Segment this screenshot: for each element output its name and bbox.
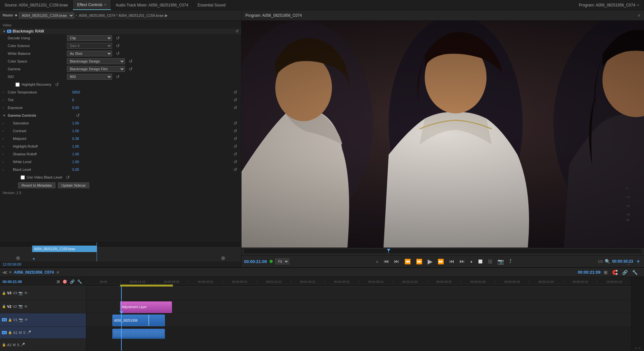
black-level-value[interactable]: 0.00	[72, 168, 230, 171]
video-clip-v1[interactable]: A056_08251956	[112, 315, 165, 326]
white-level-chevron[interactable]: ›	[3, 160, 8, 164]
nest-icon-button[interactable]: ⊞	[602, 269, 609, 276]
adjustment-layer-clip[interactable]: Adjustment Layer	[120, 301, 172, 313]
color-science-select[interactable]: Gen 4	[67, 43, 112, 49]
program-menu-icon[interactable]: ≡	[637, 3, 639, 7]
track-v3-lock-icon[interactable]: 🔒	[2, 291, 6, 295]
audio-clip-a1[interactable]	[112, 329, 165, 339]
midpoint-chevron[interactable]: ›	[3, 137, 8, 141]
track-a1-lock-icon[interactable]: 🔒	[8, 331, 12, 334]
track-v1-eye-icon[interactable]: 👁	[24, 318, 28, 322]
camera-button[interactable]: 📷	[496, 258, 505, 265]
next-frame-button[interactable]: ⏭	[458, 258, 466, 265]
midpoint-reset[interactable]: ↺	[232, 136, 239, 141]
black-level-reset[interactable]: ↺	[232, 167, 239, 172]
exposure-value[interactable]: 0.00	[72, 106, 230, 110]
track-v3-camera-icon[interactable]: 📷	[18, 291, 23, 295]
track-v1-lock-icon[interactable]: 🔒	[8, 318, 12, 322]
track-v2-camera-icon[interactable]: 📷	[18, 304, 23, 308]
tl-settings-btn[interactable]: 🔧	[76, 279, 83, 285]
tint-chevron[interactable]: ›	[3, 98, 8, 102]
exposure-reset[interactable]: ↺	[232, 105, 239, 110]
tab-source[interactable]: Source: A054_08251201_C159.braw	[0, 0, 73, 10]
shadow-rolloff-value[interactable]: 1.00	[72, 152, 230, 156]
white-balance-reset[interactable]: ↺	[115, 51, 121, 56]
white-level-reset[interactable]: ↺	[232, 159, 239, 164]
tl-link-btn[interactable]: 🔗	[69, 279, 76, 285]
contrast-value[interactable]: 1.00	[72, 129, 230, 133]
decode-using-reset[interactable]: ↺	[115, 35, 121, 41]
uvbl-reset[interactable]: ↺	[65, 175, 71, 180]
step-back-button[interactable]: ⏮	[383, 258, 390, 265]
tab-effect-controls[interactable]: Effect Controls ≡	[73, 0, 111, 10]
tl-snap-btn[interactable]: 🎯	[61, 279, 69, 285]
track-v1-camera-icon[interactable]: 📷	[19, 318, 23, 322]
go-to-out-button[interactable]: ⏮	[448, 258, 456, 265]
clip-bar[interactable]: A054_08251201_C159.braw	[32, 246, 97, 252]
highlight-recovery-checkbox[interactable]	[15, 83, 20, 87]
tab-audio-mixer[interactable]: Audio Track Mixer: A056_08251956_C074	[111, 0, 193, 10]
gamma-reset[interactable]: ↺	[128, 66, 134, 72]
color-temp-reset[interactable]: ↺	[232, 90, 239, 95]
contrast-reset[interactable]: ↺	[232, 128, 239, 133]
color-temp-chevron[interactable]: ›	[3, 91, 8, 94]
highlight-rolloff-reset[interactable]: ↺	[232, 144, 239, 149]
color-science-reset[interactable]: ↺	[115, 43, 121, 48]
overwrite-button[interactable]: ⬛	[487, 259, 494, 264]
track-a2-mic-icon[interactable]: 🎤	[21, 343, 25, 347]
scroll-handle-right[interactable]	[221, 256, 225, 260]
mark-in-button[interactable]: ⬦	[374, 258, 380, 265]
tab-program[interactable]: Program: A056_08251956_C074 ≡	[574, 0, 644, 10]
white-level-value[interactable]: 1.00	[72, 160, 230, 164]
track-v2-eye-icon[interactable]: 👁	[24, 305, 28, 308]
use-video-black-level-checkbox[interactable]	[21, 175, 25, 180]
color-space-reset[interactable]: ↺	[128, 59, 134, 64]
track-a2-lock-icon[interactable]: 🔒	[2, 343, 6, 346]
tab-essential-sound[interactable]: Essential Sound	[193, 0, 231, 10]
hr-rolloff-chevron[interactable]: ›	[3, 145, 8, 148]
master-clip-select[interactable]: A054_08251201_C159.braw	[19, 13, 74, 18]
timeline-close-button[interactable]: ✕	[9, 270, 12, 275]
gamma-controls-chevron[interactable]: ▼	[3, 114, 8, 117]
timeline-menu-icon[interactable]: ≡	[56, 270, 59, 275]
contrast-chevron[interactable]: ›	[3, 129, 8, 133]
shadow-rolloff-chevron[interactable]: ›	[3, 152, 8, 156]
exposure-chevron[interactable]: ›	[3, 106, 8, 110]
track-v2-lock-icon[interactable]: 🔒	[2, 305, 6, 308]
scroll-handle-left[interactable]	[16, 256, 20, 260]
step-in-button[interactable]: ⏩	[415, 258, 424, 265]
program-header-menu-icon[interactable]: ≡	[638, 13, 640, 18]
add-button[interactable]: +	[635, 257, 641, 266]
tint-value[interactable]: 6	[72, 98, 230, 102]
go-to-in-button[interactable]: ⏪	[403, 258, 412, 265]
insert-button[interactable]: ⬜	[477, 259, 484, 264]
export-button[interactable]: ⤴	[508, 258, 513, 265]
saturation-chevron[interactable]: ›	[3, 122, 8, 125]
wrench-button[interactable]: 🔧	[631, 269, 639, 276]
update-sidecar-button[interactable]: Update Sidecar	[58, 182, 90, 188]
fit-select[interactable]: Fit	[275, 258, 289, 264]
mark-out-button[interactable]: ⬧	[469, 258, 474, 265]
step-out-button[interactable]: ⏩	[436, 258, 445, 265]
gamma-controls-reset[interactable]: ↺	[75, 113, 81, 118]
highlight-recovery-reset[interactable]: ↺	[54, 82, 60, 87]
color-space-select[interactable]: Blackmagic Design	[67, 58, 125, 64]
play-button[interactable]: ▶	[426, 257, 434, 266]
shadow-rolloff-reset[interactable]: ↺	[232, 151, 239, 157]
ripple-button[interactable]: 🔗	[621, 269, 629, 276]
decode-using-select[interactable]: Clip	[67, 35, 112, 41]
iso-reset[interactable]: ↺	[115, 74, 121, 79]
saturation-value[interactable]: 1.00	[72, 121, 230, 125]
color-temp-value[interactable]: 5850	[72, 90, 230, 94]
tint-reset[interactable]: ↺	[232, 97, 239, 102]
prev-frame-button[interactable]: ⏭	[393, 258, 401, 265]
tl-nest-btn[interactable]: ⊞	[55, 279, 61, 285]
fx-collapse-icon[interactable]: ▼	[3, 30, 6, 33]
fx-reset-icon[interactable]: ↺	[235, 29, 239, 34]
black-level-chevron[interactable]: ›	[3, 168, 8, 171]
iso-select[interactable]: 800	[67, 74, 112, 80]
gamma-select[interactable]: Blackmagic Design Film	[67, 66, 125, 72]
timeline-collapse-button[interactable]: ≪	[3, 270, 7, 275]
zoom-icon[interactable]: 🔍	[605, 259, 610, 264]
snap-button[interactable]: 🧲	[611, 269, 619, 276]
